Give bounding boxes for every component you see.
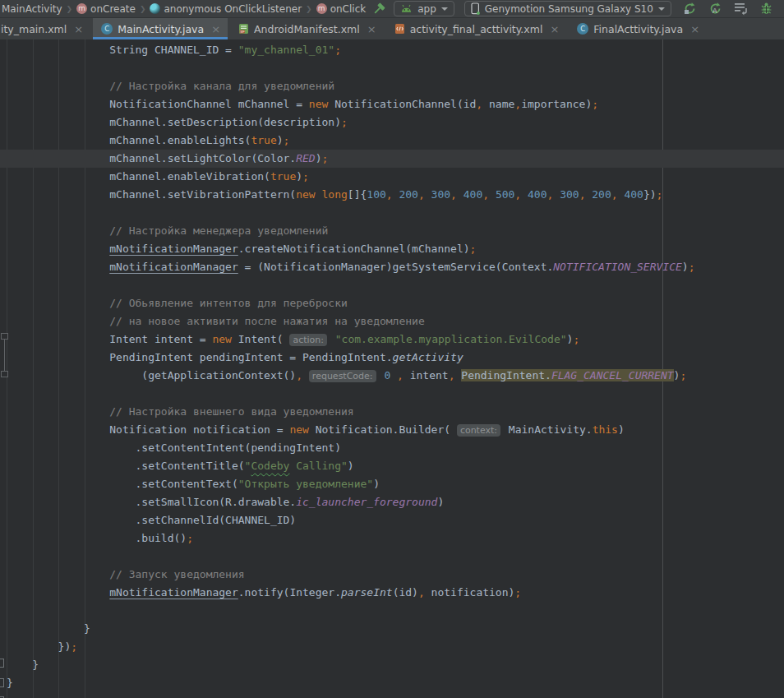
tab-activity_final_acttivity.xml[interactable]: activity_final_acttivity.xml×	[386, 18, 567, 39]
code-line: .setSmallIcon(R.drawable.ic_launcher_for…	[7, 493, 784, 511]
code-line: .setContentIntent(pendingIntent)	[7, 439, 784, 457]
code-line: .setContentText("Открыть уведомление")	[7, 475, 784, 493]
code-line: // Настройка канала для уведомлений	[7, 77, 784, 95]
tab-ity_main.xml[interactable]: ity_main.xml×	[0, 18, 90, 39]
method-icon: m	[316, 3, 327, 14]
code-line: // Обьявление интентов для переброски	[7, 294, 784, 312]
breadcrumb-label: onClick	[330, 3, 367, 15]
hammer-icon	[372, 2, 385, 16]
code-editor[interactable]: String CHANNEL_ID = "my_channel_01"; // …	[0, 39, 784, 698]
manifest-icon: MF	[238, 23, 249, 35]
code-line: mChannel.enableLights(true);	[7, 132, 784, 150]
tab-FinalActtivity.java[interactable]: CFinalActtivity.java×	[569, 18, 707, 39]
tab-AndroidManifest.xml[interactable]: MFAndroidManifest.xml×	[230, 18, 384, 39]
breadcrumb-item[interactable]: monClick	[316, 3, 367, 15]
code-line: mNotificationManager.notify(Integer.pars…	[7, 584, 784, 602]
apply-code-changes-icon: A	[708, 2, 722, 16]
code-line	[7, 204, 784, 222]
chevron-down-icon	[658, 7, 665, 11]
code-line	[7, 602, 784, 620]
main-toolbar: MainActivity❯monCreate❯anonymous OnClick…	[0, 0, 784, 18]
close-icon[interactable]: ×	[74, 24, 83, 35]
anonymous-class-icon	[150, 3, 160, 14]
class-icon: C	[577, 23, 588, 35]
tab-label: MainActivity.java	[118, 23, 204, 35]
code-line: mChannel.enableVibration(true);	[7, 168, 784, 186]
code-line	[7, 385, 784, 403]
class-icon: C	[101, 23, 113, 35]
device-label: Genymotion Samsung Galaxy S10	[485, 3, 653, 15]
code-line: // Запуск уведомления	[7, 566, 784, 584]
code-line: });	[7, 638, 784, 656]
xml-icon	[394, 23, 405, 35]
code-line: (getApplicationContext(), requestCode: 0…	[7, 367, 784, 385]
fold-marker[interactable]	[1, 371, 8, 377]
code-line: .setChannelId(CHANNEL_ID)	[7, 511, 784, 529]
code-line: Intent intent = new Intent( action: "com…	[7, 331, 784, 349]
phone-icon	[471, 2, 480, 15]
code-line: .build();	[7, 529, 784, 548]
fold-marker[interactable]	[0, 678, 4, 687]
tab-label: ity_main.xml	[1, 23, 67, 35]
tab-label: AndroidManifest.xml	[254, 23, 360, 35]
breadcrumb-separator-icon: ❯	[67, 5, 73, 13]
breadcrumb-item[interactable]: monCreate	[76, 3, 136, 15]
apply-code-changes-button[interactable]: A	[708, 2, 722, 16]
svg-text:A: A	[713, 7, 717, 15]
debug-icon	[759, 2, 773, 16]
chevron-down-icon	[441, 7, 448, 11]
code-line	[7, 59, 784, 77]
code-line: mNotificationManager = (NotificationMana…	[7, 258, 784, 276]
tab-MainActivity.java[interactable]: CMainActivity.java×	[93, 18, 228, 39]
debug-button[interactable]	[759, 2, 773, 16]
code-line: // Настройка внешнего вида уведомления	[7, 403, 784, 421]
code-line: }	[7, 656, 784, 674]
code-line	[7, 548, 784, 566]
run-config-select[interactable]: app	[394, 1, 454, 16]
code-line: NotificationChannel mChannel = new Notif…	[7, 95, 784, 113]
toolbar-action-icons: A	[683, 2, 784, 16]
method-icon: m	[76, 3, 87, 14]
device-select[interactable]: Genymotion Samsung Galaxy S10	[464, 1, 671, 16]
apply-changes-button[interactable]	[683, 2, 697, 16]
close-icon[interactable]: ×	[211, 24, 220, 35]
code-line: Notification notification = new Notifica…	[7, 421, 784, 439]
svg-text:MF: MF	[240, 30, 245, 34]
code-line: }	[7, 674, 784, 692]
code-line	[7, 276, 784, 294]
breadcrumb-separator-icon: ❯	[140, 5, 146, 13]
breadcrumb-label: anonymous OnClickListener	[164, 3, 302, 15]
code-line: PendingIntent pendingIntent = PendingInt…	[7, 349, 784, 367]
code-line: // на новое активити после нажатия на ув…	[7, 312, 784, 331]
breadcrumb-item[interactable]: anonymous OnClickListener	[150, 3, 302, 15]
run-config-label: app	[417, 3, 436, 15]
editor-tab-bar: ity_main.xml×CMainActivity.java×MFAndroi…	[0, 18, 784, 39]
breadcrumb-item[interactable]: MainActivity	[2, 3, 62, 15]
breadcrumb-label: MainActivity	[2, 3, 62, 15]
tab-label: FinalActtivity.java	[593, 23, 683, 35]
android-icon	[400, 4, 413, 13]
build-button[interactable]	[372, 2, 385, 16]
breadcrumb-separator-icon: ❯	[306, 5, 312, 13]
code-area[interactable]: String CHANNEL_ID = "my_channel_01"; // …	[0, 39, 784, 698]
apply-changes-icon	[683, 2, 697, 16]
fold-marker[interactable]	[1, 333, 8, 340]
profiler-list-button[interactable]	[734, 2, 748, 16]
breadcrumb: MainActivity❯monCreate❯anonymous OnClick…	[0, 0, 366, 17]
code-line: mChannel.setDescription(description);	[7, 113, 784, 132]
close-icon[interactable]: ×	[690, 24, 699, 35]
code-line: mNotificationManager.createNotificationC…	[7, 240, 784, 258]
code-line: // Настройка менеджера уведомлений	[7, 222, 784, 240]
breadcrumb-label: onCreate	[90, 3, 136, 15]
close-icon[interactable]: ×	[367, 24, 376, 35]
code-line: }	[7, 620, 784, 638]
code-line: .setContentTitle("Codeby Calling")	[7, 457, 784, 475]
code-line: mChannel.setVibrationPattern(new long[]{…	[7, 186, 784, 204]
tab-label: activity_final_acttivity.xml	[410, 23, 543, 35]
code-line-current: mChannel.setLightColor(Color.RED);	[0, 150, 784, 168]
close-icon[interactable]: ×	[550, 24, 559, 35]
profiler-list-icon	[734, 2, 748, 16]
fold-marker[interactable]	[0, 659, 4, 668]
code-line: String CHANNEL_ID = "my_channel_01";	[7, 41, 784, 59]
